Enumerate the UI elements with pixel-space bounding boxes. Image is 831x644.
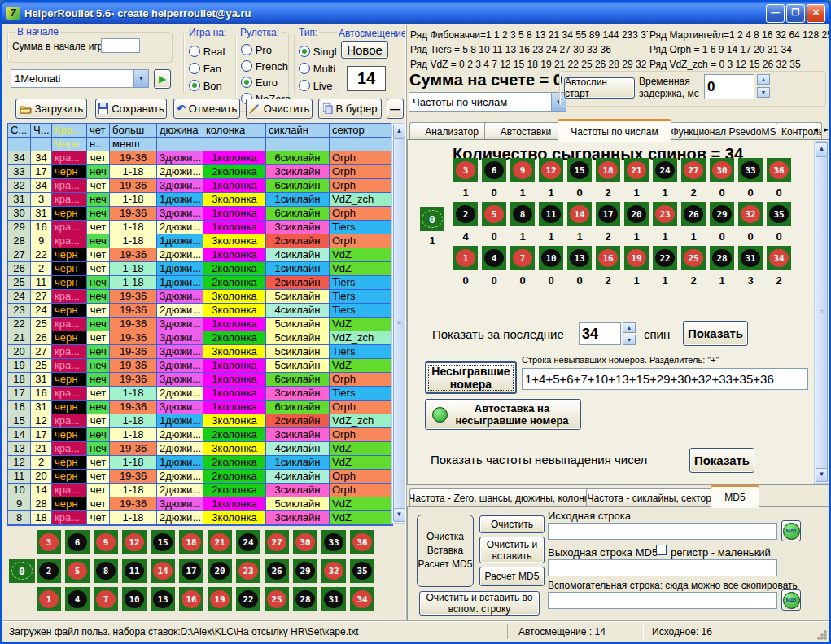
start-sum-input[interactable] xyxy=(101,38,140,53)
roulette-cell-18[interactable]: 18 xyxy=(179,530,203,554)
clear-button[interactable]: Очистить xyxy=(246,99,313,119)
roulette-zero-cell[interactable]: 0 xyxy=(9,559,35,583)
copy-to-clipboard-button[interactable]: В буфер xyxy=(318,99,382,119)
radio-icon[interactable] xyxy=(189,46,200,57)
roulette-cell-23[interactable]: 23 xyxy=(236,559,260,583)
resize-grip[interactable] xyxy=(817,630,827,640)
md5-clear-button[interactable]: Очистить xyxy=(479,515,545,533)
roulette-cell-32[interactable]: 32 xyxy=(321,559,346,583)
roulette-cell-34[interactable]: 34 xyxy=(350,587,374,611)
roulette-cell-17[interactable]: 17 xyxy=(179,559,203,583)
radio-icon[interactable] xyxy=(299,46,310,57)
radio-icon[interactable] xyxy=(189,63,200,74)
close-button[interactable]: ✕ xyxy=(807,4,825,23)
tabs-scroll-right-icon[interactable]: ► xyxy=(821,124,831,137)
roulette-cell-16[interactable]: 16 xyxy=(179,587,203,611)
radio-euro[interactable]: Euro xyxy=(241,77,278,89)
roulette-cell-30[interactable]: 30 xyxy=(293,530,317,554)
roulette-cell-4[interactable]: 4 xyxy=(65,587,90,611)
tab-analyzer[interactable]: Анализатор xyxy=(409,122,494,140)
tabs-scroll-left-icon[interactable]: ◄ xyxy=(811,124,820,137)
roulette-cell-12[interactable]: 12 xyxy=(122,530,147,554)
radio-singl[interactable]: Singl xyxy=(299,46,337,58)
scroll-up-icon[interactable]: ▲ xyxy=(393,125,405,138)
tab-number-frequencies[interactable]: Частоты по числам xyxy=(558,119,671,142)
autobet-missed-button[interactable]: Автоставка на несыгравшие номера xyxy=(425,399,581,430)
load-button[interactable]: Загрузить xyxy=(15,99,87,119)
roulette-cell-15[interactable]: 15 xyxy=(151,530,175,554)
roulette-cell-22[interactable]: 22 xyxy=(236,587,260,611)
missed-numbers-input[interactable] xyxy=(522,368,808,390)
roulette-cell-33[interactable]: 33 xyxy=(321,530,346,554)
roulette-cell-27[interactable]: 27 xyxy=(265,530,289,554)
roulette-cell-28[interactable]: 28 xyxy=(293,587,317,611)
radio-icon[interactable] xyxy=(241,60,252,72)
roulette-cell-14[interactable]: 14 xyxy=(151,559,175,583)
roulette-cell-25[interactable]: 25 xyxy=(265,587,289,611)
freq-panel-scrollbar[interactable]: ▲ ≡ ▼ xyxy=(814,141,828,484)
tab-autobets[interactable]: Автоставки xyxy=(484,122,567,140)
radio-icon[interactable] xyxy=(241,77,252,88)
roulette-cell-13[interactable]: 13 xyxy=(151,587,175,611)
history-table-scrollbar[interactable]: ▲ ≡ ▼ xyxy=(391,123,405,524)
show-button[interactable]: Показать xyxy=(683,321,748,346)
tab-freq-sixlines-sectors[interactable]: Частота - сиклайны, сектора xyxy=(586,488,718,507)
roulette-cell-5[interactable]: 5 xyxy=(65,559,90,583)
md5-clear-paste-button[interactable]: Очистить и вставить xyxy=(479,537,545,563)
collapse-button[interactable]: — xyxy=(387,99,404,119)
radio-icon[interactable] xyxy=(241,44,252,55)
spins-up-icon[interactable]: ▲ xyxy=(623,322,636,333)
show-last-input[interactable] xyxy=(579,322,621,345)
roulette-cell-24[interactable]: 24 xyxy=(236,530,260,554)
roulette-cell-1[interactable]: 1 xyxy=(37,587,61,611)
md5-run-button-2[interactable]: МД5 xyxy=(781,589,801,611)
roulette-cell-29[interactable]: 29 xyxy=(293,559,317,583)
md5-clear-paste-aux-button[interactable]: Очистить и вставить во вспом. строку xyxy=(419,591,540,616)
radio-bon[interactable]: Bon xyxy=(189,80,222,92)
maximize-button[interactable]: ❒ xyxy=(786,4,805,23)
scroll-down-icon[interactable]: ▼ xyxy=(816,468,828,482)
roulette-cell-31[interactable]: 31 xyxy=(321,587,346,611)
radio-icon[interactable] xyxy=(189,80,200,91)
roulette-cell-3[interactable]: 3 xyxy=(37,530,61,554)
scroll-up-icon[interactable]: ▲ xyxy=(816,142,828,156)
save-button[interactable]: Сохранить xyxy=(95,99,167,119)
delay-down-icon[interactable]: ▼ xyxy=(757,87,770,98)
radio-french[interactable]: French xyxy=(241,60,288,72)
roulette-cell-2[interactable]: 2 xyxy=(37,559,61,583)
roulette-cell-11[interactable]: 11 xyxy=(122,559,147,583)
radio-live[interactable]: Live xyxy=(299,80,332,92)
mode-combo[interactable]: Частоты по числам ▼ xyxy=(409,92,566,112)
radio-icon[interactable] xyxy=(299,80,310,91)
title-bar[interactable]: 7 HelperRoullet 5.6- create helperroulle… xyxy=(2,2,829,24)
roulette-cell-19[interactable]: 19 xyxy=(208,587,232,611)
roulette-cell-9[interactable]: 9 xyxy=(94,530,118,554)
play-button[interactable]: ▶ xyxy=(154,69,171,89)
chevron-down-icon[interactable]: ▼ xyxy=(133,70,148,87)
roulette-cell-35[interactable]: 35 xyxy=(350,559,374,583)
tab-freq-zero-chances[interactable]: Частота - Zero, шансы, дюжины, колонки xyxy=(409,488,593,507)
lowercase-checkbox[interactable] xyxy=(656,545,667,555)
md5-calc-button[interactable]: Расчет MD5 xyxy=(479,567,545,586)
radio-multi[interactable]: Multi xyxy=(299,63,335,75)
autospin-start-button[interactable]: Автоспин старт xyxy=(564,77,635,99)
delay-up-icon[interactable]: ▲ xyxy=(757,74,770,85)
md5-source-input[interactable] xyxy=(548,523,777,540)
roulette-cell-21[interactable]: 21 xyxy=(208,530,232,554)
radio-real[interactable]: Real xyxy=(189,46,225,58)
undo-button[interactable]: ↶ Отменить xyxy=(173,99,240,119)
md5-out-input[interactable] xyxy=(548,559,777,576)
md5-run-button-1[interactable]: МД5 xyxy=(781,520,801,541)
scrollbar-thumb[interactable]: ≡ xyxy=(393,138,405,510)
preset-combo[interactable]: 1Melonati ▼ xyxy=(11,69,149,88)
roulette-cell-10[interactable]: 10 xyxy=(122,587,147,611)
roulette-cell-6[interactable]: 6 xyxy=(65,530,90,554)
spins-down-icon[interactable]: ▼ xyxy=(623,335,636,345)
md5-aux-input[interactable] xyxy=(548,592,777,609)
scrollbar-thumb[interactable]: ≡ xyxy=(816,156,828,471)
scroll-down-icon[interactable]: ▼ xyxy=(393,508,405,522)
autoshift-new-button[interactable]: Новое xyxy=(341,41,388,59)
delay-input[interactable] xyxy=(704,74,754,99)
radio-fan[interactable]: Fan xyxy=(189,63,221,75)
show-missing-button[interactable]: Показать xyxy=(689,448,754,473)
